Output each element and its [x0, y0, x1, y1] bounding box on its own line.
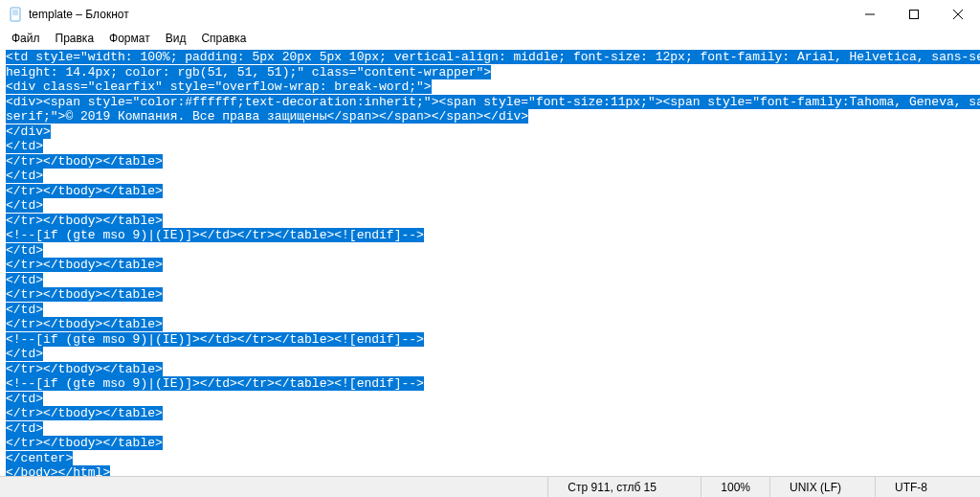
status-line-ending: UNIX (LF)	[769, 477, 875, 497]
status-zoom: 100%	[701, 477, 769, 497]
notepad-window: template – Блокнот Файл Правка Формат Ви…	[0, 0, 980, 497]
text-editor[interactable]: <td style="width: 100%; padding: 5px 20p…	[0, 48, 980, 476]
menu-view[interactable]: Вид	[158, 30, 194, 47]
minimize-button[interactable]	[848, 0, 892, 29]
menubar: Файл Правка Формат Вид Справка	[0, 29, 980, 48]
menu-help[interactable]: Справка	[193, 30, 254, 47]
window-controls	[848, 0, 980, 29]
window-title: template – Блокнот	[29, 8, 848, 21]
statusbar: Стр 911, стлб 15 100% UNIX (LF) UTF-8	[0, 476, 980, 497]
menu-file[interactable]: Файл	[4, 30, 48, 47]
status-position: Стр 911, стлб 15	[547, 477, 701, 497]
status-encoding: UTF-8	[875, 477, 980, 497]
titlebar: template – Блокнот	[0, 0, 980, 29]
menu-format[interactable]: Формат	[101, 30, 158, 47]
maximize-button[interactable]	[892, 0, 936, 29]
app-icon	[8, 7, 23, 22]
svg-rect-5	[910, 11, 919, 19]
close-button[interactable]	[936, 0, 980, 29]
menu-edit[interactable]: Правка	[48, 30, 102, 47]
